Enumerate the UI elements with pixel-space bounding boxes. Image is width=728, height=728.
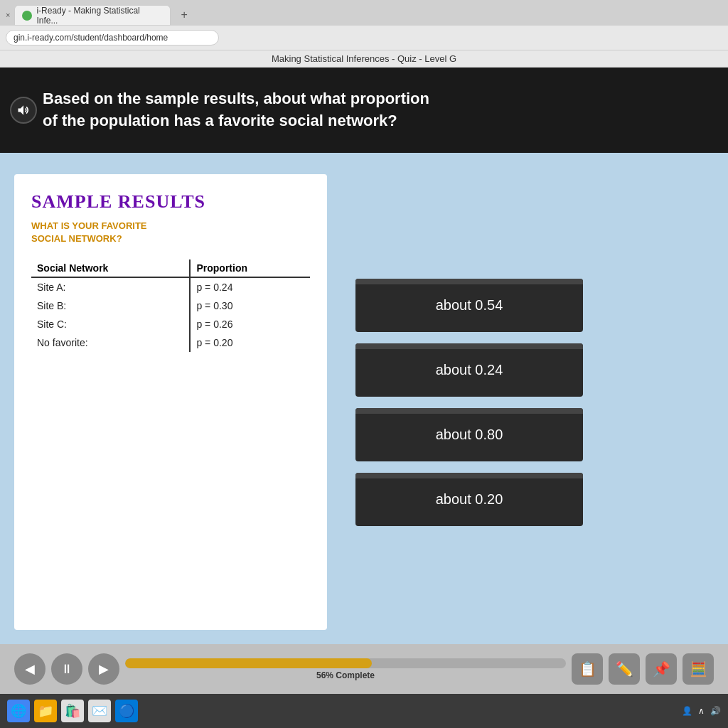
table-row: No favorite: p = 0.20 xyxy=(31,333,310,352)
back-button[interactable]: ◀ xyxy=(14,653,46,685)
calculator-button[interactable]: 🧮 xyxy=(682,653,714,685)
taskbar-volume: 🔊 xyxy=(710,706,721,716)
bottom-bar: ◀ ⏸ ▶ 56% Complete 📋 ✏️ 📌 🧮 xyxy=(0,644,728,694)
taskbar-user-icon: 👤 xyxy=(682,706,692,716)
progress-label: 56% Complete xyxy=(316,670,375,680)
taskbar-icon-store[interactable]: 🛍️ xyxy=(61,700,84,722)
address-input[interactable] xyxy=(6,30,219,46)
table-row: Site B: p = 0.30 xyxy=(31,296,310,315)
main-content: SAMPLE RESULTS WHAT IS YOUR FAVORITE SOC… xyxy=(0,153,728,644)
new-tab-button[interactable]: + xyxy=(176,7,191,23)
page-title-bar: Making Statistical Inferences - Quiz - L… xyxy=(0,50,728,68)
question-text: Based on the sample results, about what … xyxy=(43,88,429,132)
progress-container: 56% Complete xyxy=(125,658,566,680)
answer-choices: about 0.54about 0.24about 0.80about 0.20 xyxy=(355,174,714,630)
notepad-button[interactable]: 📋 xyxy=(572,653,603,685)
col-header-proportion: Proportion xyxy=(190,259,310,277)
tab-close-btn[interactable]: × xyxy=(6,11,10,19)
question-line1: Based on the sample results, about what … xyxy=(43,90,429,107)
data-table: Social Network Proportion Site A: p = 0.… xyxy=(31,259,310,352)
forward-button[interactable]: ▶ xyxy=(88,653,119,685)
tab-bar: × i-Ready - Making Statistical Infe... + xyxy=(0,0,728,26)
answer-button-2[interactable]: about 0.80 xyxy=(355,408,583,461)
proportion-cell: p = 0.26 xyxy=(190,315,310,333)
network-cell: No favorite: xyxy=(31,333,190,352)
pause-button[interactable]: ⏸ xyxy=(51,653,82,685)
answer-button-1[interactable]: about 0.24 xyxy=(355,343,583,397)
taskbar-arrow-up: ∧ xyxy=(698,706,705,716)
address-bar xyxy=(0,26,728,50)
sample-subtitle: WHAT IS YOUR FAVORITE SOCIAL NETWORK? xyxy=(31,220,310,245)
taskbar-right: 👤 ∧ 🔊 xyxy=(682,706,721,716)
proportion-cell: p = 0.20 xyxy=(190,333,310,352)
question-header: Based on the sample results, about what … xyxy=(0,68,728,153)
col-header-network: Social Network xyxy=(31,259,190,277)
proportion-cell: p = 0.30 xyxy=(190,296,310,315)
network-cell: Site B: xyxy=(31,296,190,315)
taskbar-icon-app[interactable]: 🔵 xyxy=(115,700,138,722)
taskbar-icon-files[interactable]: 📁 xyxy=(34,700,57,722)
taskbar: 🌐 📁 🛍️ ✉️ 🔵 👤 ∧ 🔊 xyxy=(0,694,728,728)
progress-bar-fill xyxy=(125,658,372,668)
network-cell: Site C: xyxy=(31,315,190,333)
answer-button-3[interactable]: about 0.20 xyxy=(355,473,583,526)
pencil-button[interactable]: ✏️ xyxy=(609,653,640,685)
answer-button-0[interactable]: about 0.54 xyxy=(355,279,583,332)
browser-chrome: × i-Ready - Making Statistical Infe... + xyxy=(0,0,728,50)
progress-bar-background xyxy=(125,658,566,668)
proportion-cell: p = 0.24 xyxy=(190,277,310,296)
network-cell: Site A: xyxy=(31,277,190,296)
tab-label: i-Ready - Making Statistical Infe... xyxy=(36,6,163,26)
sample-subtitle-line2: SOCIAL NETWORK? xyxy=(31,233,122,244)
active-tab[interactable]: i-Ready - Making Statistical Infe... xyxy=(14,5,171,25)
table-row: Site A: p = 0.24 xyxy=(31,277,310,296)
question-line2: of the population has a favorite social … xyxy=(43,112,397,129)
sample-title: SAMPLE RESULTS xyxy=(31,191,310,213)
page-title: Making Statistical Inferences - Quiz - L… xyxy=(272,53,456,64)
table-row: Site C: p = 0.26 xyxy=(31,315,310,333)
tab-favicon xyxy=(22,11,32,21)
taskbar-icon-browser[interactable]: 🌐 xyxy=(7,700,30,722)
clipboard-button[interactable]: 📌 xyxy=(646,653,677,685)
svg-marker-0 xyxy=(18,105,24,114)
sample-results-card: SAMPLE RESULTS WHAT IS YOUR FAVORITE SOC… xyxy=(14,174,327,630)
speaker-button[interactable] xyxy=(10,97,37,124)
sample-subtitle-line1: WHAT IS YOUR FAVORITE xyxy=(31,220,147,231)
taskbar-icon-mail[interactable]: ✉️ xyxy=(88,700,111,722)
